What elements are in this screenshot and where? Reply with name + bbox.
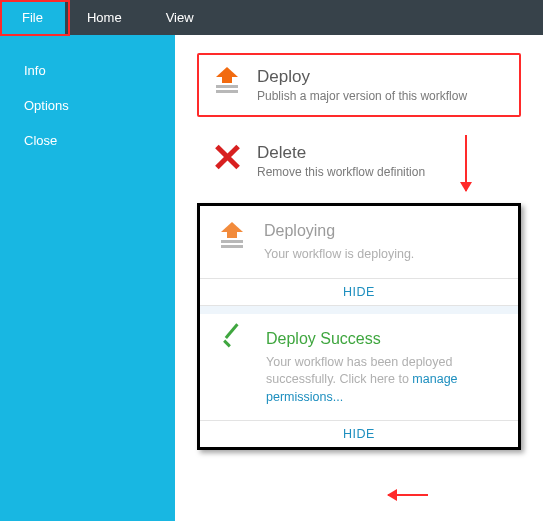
deploy-subtitle: Publish a major version of this workflow xyxy=(257,89,467,103)
deploying-title: Deploying xyxy=(264,222,414,240)
success-panel: Deploy Success Your workflow has been de… xyxy=(200,314,518,421)
deploy-title: Deploy xyxy=(257,67,467,87)
tab-home[interactable]: Home xyxy=(65,0,144,35)
delete-subtitle: Remove this workflow definition xyxy=(257,165,425,179)
upload-icon xyxy=(213,67,241,93)
annotation-arrow-down xyxy=(465,135,467,191)
content-pane: Deploy Publish a major version of this w… xyxy=(175,35,543,521)
top-menu-bar: File Home View xyxy=(0,0,543,35)
hide-button-success[interactable]: HIDE xyxy=(200,420,518,447)
upload-icon xyxy=(218,222,246,264)
tab-file[interactable]: File xyxy=(0,0,65,35)
delete-action[interactable]: Delete Remove this workflow definition xyxy=(197,131,521,191)
annotation-arrow-left xyxy=(388,494,428,496)
delete-title: Delete xyxy=(257,143,425,163)
sidebar-item-close[interactable]: Close xyxy=(0,123,175,158)
deploying-panel: Deploying Your workflow is deploying. xyxy=(200,206,518,278)
hide-button-deploying[interactable]: HIDE xyxy=(200,278,518,306)
tab-view[interactable]: View xyxy=(144,0,216,35)
sidebar-item-options[interactable]: Options xyxy=(0,88,175,123)
check-icon xyxy=(218,330,248,360)
success-title: Deploy Success xyxy=(266,330,496,348)
deploying-desc: Your workflow is deploying. xyxy=(264,246,414,264)
panel-divider xyxy=(200,306,518,314)
deploy-action[interactable]: Deploy Publish a major version of this w… xyxy=(197,53,521,117)
sidebar-item-info[interactable]: Info xyxy=(0,53,175,88)
sidebar: Info Options Close xyxy=(0,35,175,521)
main-area: Info Options Close Deploy Publish a majo… xyxy=(0,35,543,521)
x-icon xyxy=(213,143,241,171)
status-box: Deploying Your workflow is deploying. HI… xyxy=(197,203,521,450)
success-desc: Your workflow has been deployed successf… xyxy=(266,354,496,407)
